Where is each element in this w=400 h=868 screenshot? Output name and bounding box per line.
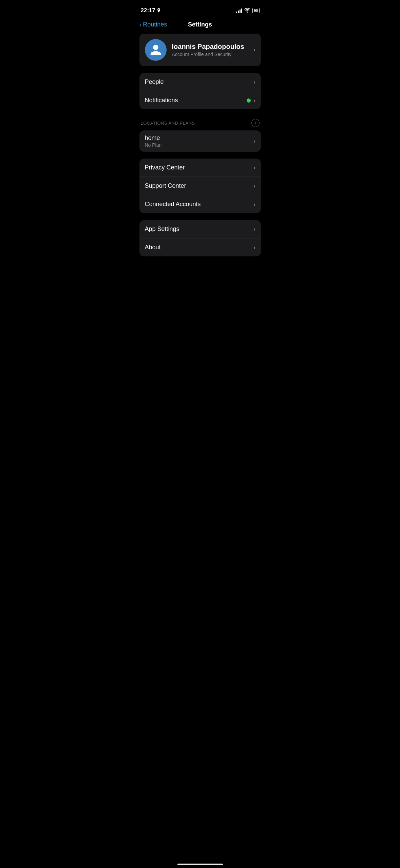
locations-section-header: LOCATIONS AND PLANS ＋ xyxy=(139,116,261,130)
profile-subtitle: Account Profile and Security xyxy=(172,52,248,57)
support-center-row-right: › xyxy=(253,183,255,189)
people-label: People xyxy=(145,78,164,86)
home-location-row[interactable]: home No Plan › xyxy=(139,130,261,152)
location-icon xyxy=(157,8,161,13)
privacy-center-row-right: › xyxy=(253,165,255,171)
app-settings-chevron-icon: › xyxy=(253,226,255,232)
profile-name: Ioannis Papadopoulos xyxy=(172,43,248,51)
notifications-row-right: › xyxy=(247,97,255,104)
status-bar: 22:17 90 xyxy=(134,0,266,18)
connected-accounts-label: Connected Accounts xyxy=(145,201,201,208)
main-content: Ioannis Papadopoulos Account Profile and… xyxy=(134,34,266,256)
back-label: Routines xyxy=(143,21,167,28)
locations-section: LOCATIONS AND PLANS ＋ home No Plan › xyxy=(139,116,261,152)
wifi-icon xyxy=(244,8,250,14)
locations-header-text: LOCATIONS AND PLANS xyxy=(141,121,195,126)
status-time: 22:17 xyxy=(141,7,161,14)
profile-row[interactable]: Ioannis Papadopoulos Account Profile and… xyxy=(139,34,261,66)
profile-card[interactable]: Ioannis Papadopoulos Account Profile and… xyxy=(139,34,261,66)
location-chevron-icon: › xyxy=(253,138,255,144)
avatar xyxy=(145,39,167,61)
app-settings-row-right: › xyxy=(253,226,255,232)
locations-card: home No Plan › xyxy=(139,130,261,152)
home-location-info: home No Plan xyxy=(145,134,162,148)
connected-accounts-chevron-icon: › xyxy=(253,201,255,207)
people-notifications-card: People › Notifications › xyxy=(139,73,261,109)
support-center-row[interactable]: Support Center › xyxy=(139,177,261,195)
back-chevron-icon: ‹ xyxy=(139,21,142,29)
privacy-support-connected-card: Privacy Center › Support Center › Connec… xyxy=(139,159,261,213)
user-icon xyxy=(149,43,162,56)
support-center-chevron-icon: › xyxy=(253,183,255,189)
app-settings-label: App Settings xyxy=(145,225,179,233)
about-row-right: › xyxy=(253,245,255,251)
notifications-label: Notifications xyxy=(145,97,178,104)
privacy-center-row[interactable]: Privacy Center › xyxy=(139,159,261,177)
page-title: Settings xyxy=(188,21,212,28)
app-settings-about-card: App Settings › About › xyxy=(139,220,261,256)
profile-chevron-icon: › xyxy=(253,47,255,53)
back-button[interactable]: ‹ Routines xyxy=(139,21,167,29)
connected-accounts-row-right: › xyxy=(253,201,255,207)
location-name: home xyxy=(145,134,162,142)
support-center-label: Support Center xyxy=(145,182,186,189)
notification-dot-icon xyxy=(247,98,251,103)
app-settings-row[interactable]: App Settings › xyxy=(139,220,261,238)
notifications-row[interactable]: Notifications › xyxy=(139,91,261,109)
about-label: About xyxy=(145,244,161,251)
about-chevron-icon: › xyxy=(253,245,255,251)
time-text: 22:17 xyxy=(141,7,155,14)
signal-icon xyxy=(236,8,242,13)
notifications-chevron-icon: › xyxy=(253,97,255,104)
connected-accounts-row[interactable]: Connected Accounts › xyxy=(139,195,261,213)
battery-level: 90 xyxy=(254,8,258,13)
people-row[interactable]: People › xyxy=(139,73,261,91)
location-plan: No Plan xyxy=(145,142,162,148)
privacy-center-chevron-icon: › xyxy=(253,165,255,171)
about-row[interactable]: About › xyxy=(139,238,261,256)
privacy-center-label: Privacy Center xyxy=(145,164,185,171)
profile-info: Ioannis Papadopoulos Account Profile and… xyxy=(172,43,248,57)
battery-icon: 90 xyxy=(252,8,259,13)
add-location-button[interactable]: ＋ xyxy=(251,119,260,127)
navigation-bar: ‹ Routines Settings xyxy=(134,18,266,34)
people-chevron-icon: › xyxy=(253,79,255,85)
status-right-icons: 90 xyxy=(236,8,259,14)
people-row-right: › xyxy=(253,79,255,85)
